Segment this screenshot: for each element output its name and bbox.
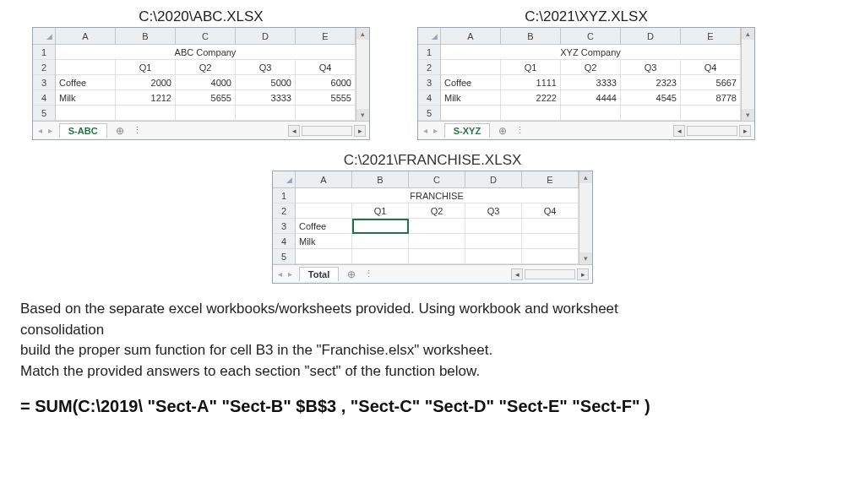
scroll-down-icon[interactable]: ▾ <box>742 109 754 121</box>
vertical-scrollbar[interactable]: ▴ ▾ <box>741 28 754 121</box>
col-header[interactable]: B <box>116 28 176 45</box>
cell[interactable]: 5555 <box>296 90 356 106</box>
row-header[interactable]: 5 <box>33 106 55 121</box>
cell[interactable] <box>116 106 176 121</box>
cell[interactable]: Q4 <box>296 60 356 75</box>
select-all-corner[interactable] <box>273 171 295 188</box>
cell[interactable]: 6000 <box>296 75 356 90</box>
cell[interactable] <box>352 234 409 249</box>
cell[interactable]: Coffee <box>56 75 116 90</box>
row-header[interactable]: 4 <box>33 90 55 106</box>
row-header[interactable]: 2 <box>273 203 295 219</box>
cell[interactable] <box>621 106 681 121</box>
cell[interactable]: Milk <box>296 234 352 249</box>
cell[interactable]: Q1 <box>352 203 409 219</box>
cell[interactable]: Q4 <box>522 203 579 219</box>
cell[interactable]: 3333 <box>236 90 296 106</box>
cell[interactable] <box>522 249 579 264</box>
tab-menu-icon[interactable]: ⋮ <box>133 125 142 136</box>
sheet-tab[interactable]: Total <box>299 267 339 281</box>
row-header[interactable]: 1 <box>273 188 295 203</box>
row-header[interactable]: 4 <box>418 90 440 106</box>
col-header[interactable]: C <box>409 171 465 188</box>
cell[interactable]: Q3 <box>621 60 681 75</box>
col-header[interactable]: E <box>522 171 579 188</box>
cell[interactable] <box>296 106 356 121</box>
col-header[interactable]: C <box>176 28 236 45</box>
vertical-scrollbar[interactable]: ▴ ▾ <box>356 28 369 121</box>
tab-menu-icon[interactable]: ⋮ <box>364 268 373 279</box>
scroll-left-icon[interactable]: ◂ <box>511 268 523 280</box>
cell[interactable] <box>441 106 501 121</box>
cell[interactable]: Milk <box>56 90 116 106</box>
scroll-down-icon[interactable]: ▾ <box>579 252 592 264</box>
horizontal-scrollbar[interactable]: ◂ ▸ <box>288 125 369 137</box>
col-header[interactable]: D <box>621 28 681 45</box>
cell[interactable] <box>56 60 116 75</box>
col-header[interactable]: C <box>561 28 621 45</box>
cell[interactable]: 8778 <box>681 90 741 106</box>
cell[interactable] <box>501 106 561 121</box>
cell[interactable] <box>681 106 741 121</box>
row-header[interactable]: 2 <box>418 60 440 75</box>
col-header[interactable]: B <box>352 171 409 188</box>
cell[interactable]: 2323 <box>621 75 681 90</box>
vertical-scrollbar[interactable]: ▴ ▾ <box>579 171 592 264</box>
scroll-up-icon[interactable]: ▴ <box>579 171 592 183</box>
select-all-corner[interactable] <box>33 28 55 45</box>
cell[interactable]: Q4 <box>681 60 741 75</box>
cell[interactable]: Q3 <box>465 203 522 219</box>
cell[interactable]: Coffee <box>296 219 352 234</box>
tab-nav-prev-icon[interactable]: ◂ ▸ <box>423 126 439 135</box>
row-header[interactable]: 4 <box>273 234 295 249</box>
cell[interactable] <box>296 249 352 264</box>
col-header[interactable]: E <box>296 28 356 45</box>
scroll-right-icon[interactable]: ▸ <box>354 125 366 137</box>
cell[interactable] <box>296 203 352 219</box>
cell[interactable] <box>465 219 522 234</box>
cell-b3-selected[interactable] <box>352 219 409 234</box>
add-sheet-icon[interactable]: ⊕ <box>344 268 359 280</box>
scroll-up-icon[interactable]: ▴ <box>356 28 369 40</box>
cell[interactable] <box>409 249 465 264</box>
cell[interactable]: 1212 <box>116 90 176 106</box>
scroll-left-icon[interactable]: ◂ <box>673 125 685 137</box>
cell[interactable]: 1111 <box>501 75 561 90</box>
row-header[interactable]: 3 <box>273 219 295 234</box>
cell[interactable]: 4545 <box>621 90 681 106</box>
col-header[interactable]: A <box>56 28 116 45</box>
row-header[interactable]: 1 <box>418 45 440 60</box>
cell[interactable]: 5655 <box>176 90 236 106</box>
company-title[interactable]: XYZ Company <box>441 45 741 60</box>
scroll-down-icon[interactable]: ▾ <box>356 109 369 121</box>
row-header[interactable]: 2 <box>33 60 55 75</box>
company-title[interactable]: ABC Company <box>56 45 356 60</box>
cell[interactable] <box>236 106 296 121</box>
cell[interactable]: 2222 <box>501 90 561 106</box>
cell[interactable]: 5667 <box>681 75 741 90</box>
cell[interactable] <box>441 60 501 75</box>
cell[interactable] <box>409 219 465 234</box>
cell[interactable]: Q3 <box>236 60 296 75</box>
cell[interactable]: 5000 <box>236 75 296 90</box>
cell[interactable]: Q1 <box>501 60 561 75</box>
cell[interactable]: 4444 <box>561 90 621 106</box>
cell[interactable] <box>561 106 621 121</box>
cell[interactable]: Coffee <box>441 75 501 90</box>
cell[interactable]: Q2 <box>176 60 236 75</box>
cell[interactable]: 4000 <box>176 75 236 90</box>
add-sheet-icon[interactable]: ⊕ <box>495 125 510 137</box>
row-header[interactable]: 5 <box>273 249 295 264</box>
col-header[interactable]: D <box>236 28 296 45</box>
scroll-right-icon[interactable]: ▸ <box>739 125 751 137</box>
row-header[interactable]: 3 <box>418 75 440 90</box>
scroll-right-icon[interactable]: ▸ <box>577 268 589 280</box>
company-title[interactable]: FRANCHISE <box>296 188 579 203</box>
cell[interactable]: Q1 <box>116 60 176 75</box>
col-header[interactable]: B <box>501 28 561 45</box>
cell[interactable] <box>465 234 522 249</box>
cell[interactable]: 2000 <box>116 75 176 90</box>
scroll-left-icon[interactable]: ◂ <box>288 125 300 137</box>
cell[interactable]: 3333 <box>561 75 621 90</box>
cell[interactable] <box>465 249 522 264</box>
